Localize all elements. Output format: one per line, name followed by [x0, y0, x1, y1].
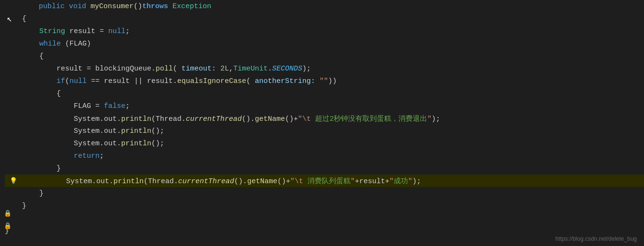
lock-icon-1: 🔒 — [4, 210, 11, 217]
code-line-15: 💡 System.out.println(Thread.currentThrea… — [5, 175, 644, 187]
code-line-14: } — [5, 162, 644, 175]
line-content-19: } — [5, 227, 644, 235]
code-line-1: public void myConsumer()throws Exception — [5, 0, 644, 12]
line-content-4: while (FLAG) — [5, 40, 644, 48]
line-content-12: System.out.println(); — [5, 140, 644, 148]
line-content-5: { — [5, 52, 644, 60]
line-content-8: { — [5, 90, 644, 98]
code-line-3: String result = null; — [5, 25, 644, 37]
line-content-16: } — [5, 189, 644, 198]
code-line-19: } — [5, 224, 644, 237]
code-area: public void myConsumer()throws Exception… — [0, 0, 644, 246]
line-content-9: FLAG = false; — [5, 102, 644, 110]
code-line-7: if(null == result || result.equalsIgnore… — [5, 75, 644, 87]
code-line-13: return; — [5, 150, 644, 162]
line-content-10: System.out.println(Thread.currentThread(… — [5, 114, 644, 123]
line-content-14: } — [5, 164, 644, 173]
line-content-17: } — [5, 202, 644, 210]
code-line-2: { — [5, 12, 644, 25]
lock-icon-2: 🔒 — [4, 222, 11, 230]
line-content-11: System.out.println(); — [5, 127, 644, 135]
code-line-9: FLAG = false; — [5, 100, 644, 112]
code-line-5: { — [5, 50, 644, 62]
code-line-8: { — [5, 87, 644, 100]
line-content-15: System.out.println(Thread.currentThread(… — [5, 176, 644, 186]
code-line-17: } — [5, 199, 644, 212]
code-line-4: while (FLAG) — [5, 37, 644, 50]
bulb-icon: 💡 — [10, 177, 17, 185]
line-content-13: return; — [5, 152, 644, 160]
code-line-10: System.out.println(Thread.currentThread(… — [5, 112, 644, 125]
code-editor: ↖ public void myConsumer()throws Excepti… — [0, 0, 644, 246]
line-content-3: String result = null; — [5, 27, 644, 35]
code-line-18 — [5, 212, 644, 224]
line-content-6: result = blockingQueue.poll( timeout: 2L… — [5, 65, 644, 73]
line-content-7: if(null == result || result.equalsIgnore… — [5, 77, 644, 85]
code-line-6: result = blockingQueue.poll( timeout: 2L… — [5, 62, 644, 75]
code-line-11: System.out.println(); — [5, 125, 644, 137]
line-content-2: { — [5, 15, 644, 23]
watermark: https://blog.csdn.net/delete_bug — [555, 235, 637, 242]
code-line-16: } — [5, 187, 644, 199]
line-content-1: public void myConsumer()throws Exception — [22, 2, 644, 11]
code-line-12: System.out.println(); — [5, 137, 644, 150]
